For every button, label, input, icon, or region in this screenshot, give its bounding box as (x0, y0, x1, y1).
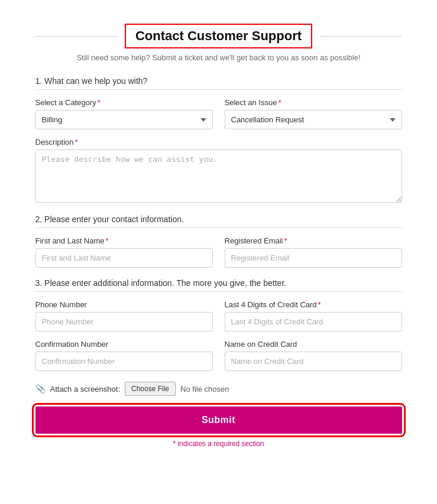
phone-card-row: Phone Number Last 4 Digits of Credit Car… (35, 300, 402, 331)
description-label: Description* (35, 138, 402, 147)
page-title: Contact Customer Support (125, 24, 312, 48)
credit-card-digits-input[interactable] (225, 312, 402, 331)
description-textarea[interactable] (35, 149, 402, 203)
credit-card-name-label: Name on Credit Card (225, 340, 402, 349)
credit-card-name-input[interactable] (225, 352, 402, 371)
submit-button[interactable]: Submit (35, 407, 402, 434)
category-group: Select a Category* Billing (35, 98, 213, 129)
credit-card-digits-required: * (318, 300, 321, 309)
category-label: Select a Category* (35, 98, 213, 107)
section-3-title: 3. Please enter additional information. … (35, 278, 402, 292)
confirmation-name-row: Confirmation Number Name on Credit Card (35, 340, 402, 371)
name-input[interactable] (35, 248, 213, 268)
choose-file-button[interactable]: Choose File (125, 382, 176, 396)
issue-select[interactable]: Cancellation Request (225, 110, 402, 129)
issue-group: Select an Issue* Cancellation Request (225, 98, 402, 129)
category-issue-row: Select a Category* Billing Select an Iss… (35, 98, 402, 129)
form-container: Contact Customer Support Still need some… (18, 12, 420, 466)
credit-card-name-group: Name on Credit Card (225, 340, 402, 371)
section-2-title: 2. Please enter your contact information… (35, 214, 402, 228)
file-attach-row: 📎 Attach a screenshot: Choose File No fi… (35, 382, 402, 396)
issue-required: * (278, 98, 281, 107)
phone-group: Phone Number (35, 300, 213, 331)
no-file-label: No file chosen (180, 385, 229, 394)
description-required: * (75, 138, 78, 147)
name-group: First and Last Name* (35, 236, 213, 268)
name-label: First and Last Name* (35, 236, 213, 245)
confirmation-input[interactable] (35, 352, 213, 371)
name-email-row: First and Last Name* Registered Email* (35, 236, 402, 268)
category-required: * (98, 98, 101, 107)
email-input[interactable] (225, 248, 402, 268)
attach-icon: 📎 (35, 384, 46, 394)
email-label: Registered Email* (225, 236, 402, 245)
phone-input[interactable] (35, 312, 213, 331)
confirmation-label: Confirmation Number (35, 340, 213, 349)
email-required: * (284, 236, 287, 245)
attach-label: Attach a screenshot: (50, 385, 121, 394)
description-group: Description* (35, 138, 402, 203)
form-subtitle: Still need some help? Submit a ticket an… (35, 53, 402, 62)
name-required: * (106, 236, 109, 245)
email-group: Registered Email* (225, 236, 402, 268)
title-wrapper: Contact Customer Support (35, 24, 402, 48)
phone-label: Phone Number (35, 300, 213, 309)
category-select[interactable]: Billing (35, 110, 213, 129)
credit-card-digits-group: Last 4 Digits of Credit Card* (225, 300, 402, 331)
credit-card-digits-label: Last 4 Digits of Credit Card* (225, 300, 402, 309)
issue-label: Select an Issue* (225, 98, 402, 107)
confirmation-group: Confirmation Number (35, 340, 213, 371)
required-note: * indicates a required section (35, 440, 402, 448)
section-1-title: 1. What can we help you with? (35, 76, 402, 90)
